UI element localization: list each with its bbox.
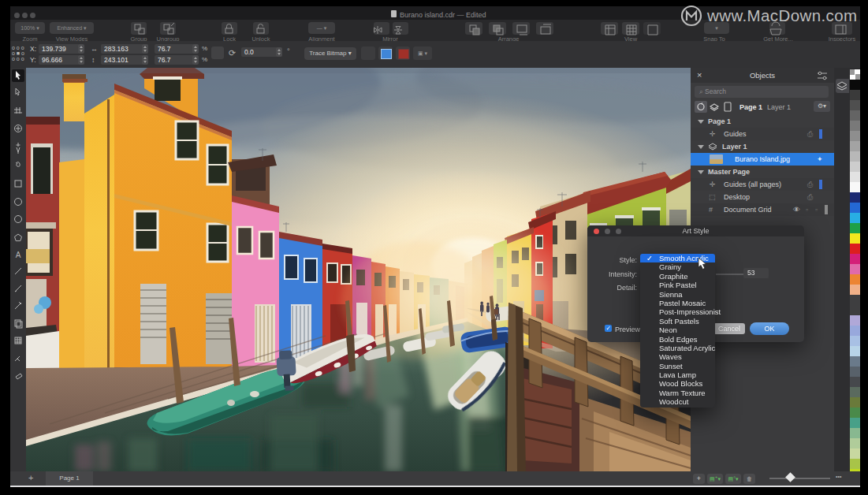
svg-text:A: A [16,251,21,259]
